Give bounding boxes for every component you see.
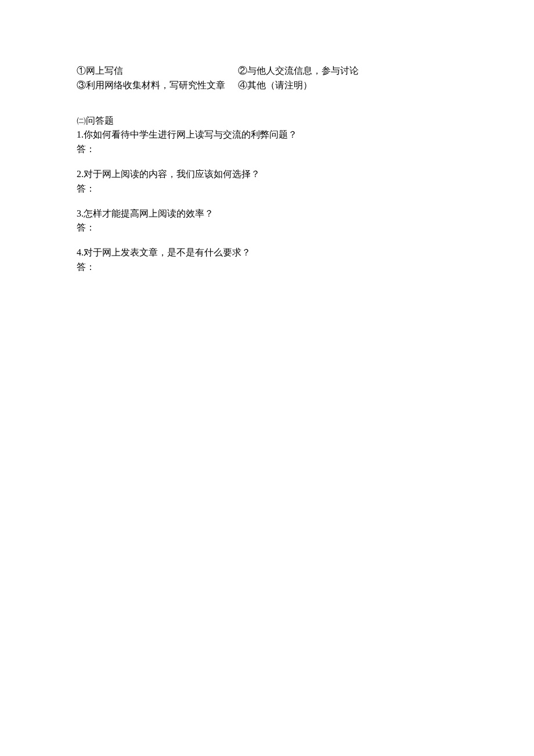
options-row-2: ③利用网络收集材料，写研究性文章 ④其他（请注明） (77, 78, 459, 93)
question-2: 2.对于网上阅读的内容，我们应该如何选择？ 答： (77, 167, 459, 196)
document-page: ①网上写信 ②与他人交流信息，参与讨论 ③利用网络收集材料，写研究性文章 ④其他… (0, 0, 534, 275)
question-4: 4.对于网上发表文章，是不是有什么要求？ 答： (77, 246, 459, 275)
question-1: 1.你如何看待中学生进行网上读写与交流的利弊问题？ 答： (77, 128, 459, 157)
question-4-text: 4.对于网上发表文章，是不是有什么要求？ (77, 246, 459, 260)
question-1-answer-label: 答： (77, 142, 459, 157)
question-3: 3.怎样才能提高网上阅读的效率？ 答： (77, 207, 459, 236)
question-2-answer-label: 答： (77, 182, 459, 196)
question-1-text: 1.你如何看待中学生进行网上读写与交流的利弊问题？ (77, 128, 459, 142)
option-4: ④其他（请注明） (238, 78, 459, 93)
option-2: ②与他人交流信息，参与讨论 (238, 64, 459, 78)
section-heading: ㈡问答题 (77, 114, 459, 128)
question-2-text: 2.对于网上阅读的内容，我们应该如何选择？ (77, 167, 459, 182)
option-3: ③利用网络收集材料，写研究性文章 (77, 78, 238, 93)
question-4-answer-label: 答： (77, 260, 459, 275)
question-3-text: 3.怎样才能提高网上阅读的效率？ (77, 207, 459, 221)
option-1: ①网上写信 (77, 64, 238, 78)
options-row-1: ①网上写信 ②与他人交流信息，参与讨论 (77, 64, 459, 78)
question-3-answer-label: 答： (77, 221, 459, 235)
